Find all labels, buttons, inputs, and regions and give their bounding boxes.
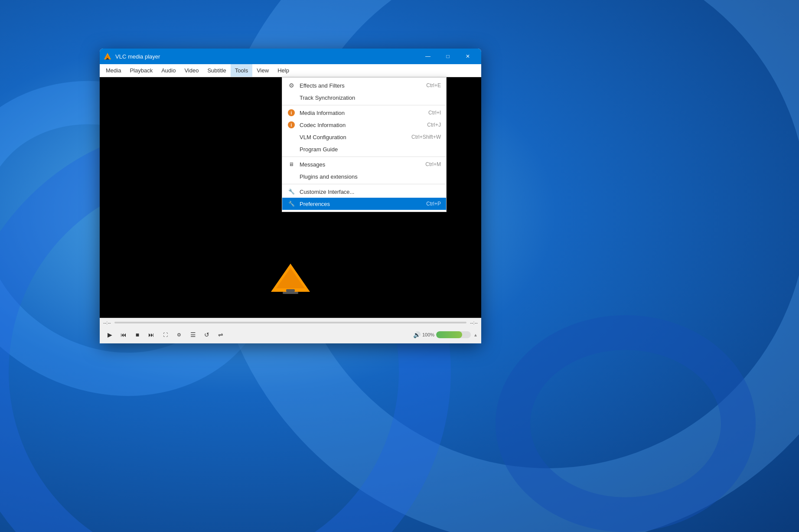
tools-dropdown-menu: ⚙ Effects and Filters Ctrl+E Track Synch… (282, 77, 447, 212)
menu-item-preferences[interactable]: 🔧 Preferences Ctrl+P (282, 198, 446, 210)
seek-bar: --:-- --:-- (100, 318, 481, 327)
time-remaining: --:-- (470, 320, 478, 325)
menu-media[interactable]: Media (101, 64, 125, 77)
sliders-icon: ⚙ (287, 82, 295, 89)
svg-rect-3 (106, 59, 109, 60)
volume-bar[interactable] (436, 331, 471, 338)
no-icon-vlm (287, 133, 295, 141)
vlc-window: VLC media player — □ ✕ Media Playback Au… (100, 49, 481, 343)
extended-settings-button[interactable]: ⚙ (173, 329, 186, 341)
separator-2 (282, 157, 446, 157)
play-button[interactable]: ▶ (103, 329, 116, 341)
volume-icon: 🔊 (413, 331, 421, 338)
loop-button[interactable]: ↺ (200, 329, 213, 341)
menu-bar: Media Playback Audio Video Subtitle Tool… (100, 64, 481, 77)
next-button[interactable]: ⏭ (145, 329, 158, 341)
volume-label: 100% (422, 332, 434, 337)
random-button[interactable]: ⇌ (214, 329, 227, 341)
title-bar: VLC media player — □ ✕ (100, 49, 481, 64)
separator-1 (282, 105, 446, 105)
wrench-icon-preferences: 🔧 (287, 200, 295, 208)
plugins-label: Plugins and extensions (300, 173, 437, 180)
controls-buttons: ▶ ⏮ ■ ⏭ ⛶ ⚙ ☰ ↺ ⇌ 🔊 100% ▲ (100, 327, 481, 343)
messages-label: Messages (300, 161, 421, 168)
menu-item-track-sync[interactable]: Track Synchronization (282, 91, 446, 104)
media-info-label: Media Information (300, 110, 424, 116)
no-icon-track-sync (287, 94, 295, 101)
prev-button[interactable]: ⏮ (117, 329, 130, 341)
media-info-shortcut: Ctrl+I (428, 110, 441, 116)
vlc-cone-logo (264, 261, 316, 296)
info-icon-codec: i (287, 121, 295, 129)
maximize-button[interactable]: □ (438, 49, 458, 64)
codec-info-label: Codec Information (300, 122, 423, 128)
menu-video[interactable]: Video (180, 64, 203, 77)
volume-expand-icon: ▲ (473, 333, 478, 337)
vlc-icon (103, 52, 112, 61)
svg-rect-7 (283, 292, 298, 294)
menu-help[interactable]: Help (273, 64, 294, 77)
no-icon-program-guide (287, 145, 295, 153)
time-elapsed: --:-- (103, 320, 111, 325)
screen-icon-messages: 🖥 (287, 160, 295, 168)
playlist-button[interactable]: ☰ (186, 329, 199, 341)
window-title: VLC media player (115, 53, 418, 60)
controls-bar: --:-- --:-- ▶ ⏮ ■ ⏭ ⛶ ⚙ ☰ ↺ ⇌ 🔊 100% ▲ (100, 318, 481, 343)
vlm-config-shortcut: Ctrl+Shift+W (411, 134, 441, 140)
menu-subtitle[interactable]: Subtitle (203, 64, 230, 77)
menu-item-effects-filters[interactable]: ⚙ Effects and Filters Ctrl+E (282, 79, 446, 91)
minimize-button[interactable]: — (418, 49, 438, 64)
svg-rect-2 (107, 58, 108, 59)
stop-button[interactable]: ■ (131, 329, 144, 341)
menu-item-plugins[interactable]: Plugins and extensions (282, 170, 446, 183)
menu-view[interactable]: View (252, 64, 273, 77)
program-guide-label: Program Guide (300, 146, 437, 153)
menu-tools[interactable]: Tools (231, 64, 252, 77)
track-sync-label: Track Synchronization (300, 95, 437, 101)
preferences-label: Preferences (300, 201, 422, 207)
menu-audio[interactable]: Audio (157, 64, 180, 77)
preferences-shortcut: Ctrl+P (426, 201, 441, 207)
svg-rect-6 (286, 289, 295, 292)
volume-fill (436, 331, 462, 338)
volume-area: 🔊 100% ▲ (413, 331, 478, 338)
fullscreen-button[interactable]: ⛶ (159, 329, 172, 341)
effects-filters-label: Effects and Filters (300, 82, 422, 89)
menu-item-codec-info[interactable]: i Codec Information Ctrl+J (282, 119, 446, 131)
no-icon-plugins (287, 173, 295, 180)
menu-item-customize[interactable]: 🔧 Customize Interface... (282, 186, 446, 198)
close-button[interactable]: ✕ (458, 49, 478, 64)
customize-label: Customize Interface... (300, 189, 437, 195)
menu-item-program-guide[interactable]: Program Guide (282, 143, 446, 155)
window-controls: — □ ✕ (418, 49, 478, 64)
wrench-icon-customize: 🔧 (287, 188, 295, 196)
codec-info-shortcut: Ctrl+J (427, 122, 441, 128)
effects-filters-shortcut: Ctrl+E (426, 82, 441, 88)
menu-item-media-info[interactable]: i Media Information Ctrl+I (282, 107, 446, 119)
messages-shortcut: Ctrl+M (425, 161, 441, 167)
menu-item-messages[interactable]: 🖥 Messages Ctrl+M (282, 158, 446, 170)
separator-3 (282, 184, 446, 184)
seek-track[interactable] (114, 322, 467, 323)
menu-playback[interactable]: Playback (125, 64, 157, 77)
vlm-config-label: VLM Configuration (300, 134, 407, 140)
info-icon-media: i (287, 109, 295, 117)
menu-item-vlm-config[interactable]: VLM Configuration Ctrl+Shift+W (282, 131, 446, 143)
